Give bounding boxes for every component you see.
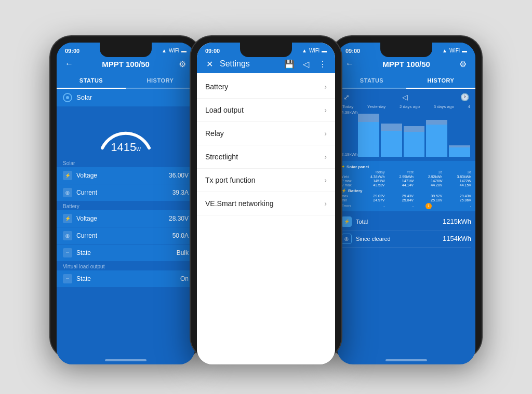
bar-4	[449, 110, 470, 157]
right-tab-status[interactable]: STATUS	[337, 73, 406, 88]
bmax-today: 29.02V	[357, 194, 385, 198]
kwh-top-label: 4.38kWh	[341, 110, 358, 115]
settings-item-ve-smart[interactable]: VE.Smart networking ›	[197, 192, 335, 215]
yield-3days: 3.83kWh	[444, 175, 472, 179]
settings-item-tx-port[interactable]: Tx port function ›	[197, 169, 335, 192]
battery-voltage-row: ⚡ Voltage 28.30V	[57, 210, 195, 227]
center-notch	[240, 43, 292, 57]
voltage-value: 36.00V	[169, 172, 189, 179]
ve-smart-chevron: ›	[324, 199, 327, 208]
vmax-yesterday: 44.14V	[386, 183, 414, 187]
solar-yield-row: Yield 4.38kWh 2.99kWh 2.92kWh 3.83kWh	[341, 175, 471, 179]
batt-min-row: min 24.97V 25.04V 25.10V 25.06V	[341, 198, 471, 202]
col-2days: 2 days ago	[400, 104, 420, 109]
bar-today-bottom	[358, 122, 379, 157]
errors-3days: -	[444, 204, 472, 208]
current-icon: ◎	[63, 188, 72, 197]
right-settings-icon[interactable]: ⚙	[457, 59, 469, 69]
batt-voltage-label: Voltage	[76, 215, 165, 222]
settings-icon[interactable]: ⚙	[176, 59, 189, 69]
col-today: Today	[342, 104, 353, 109]
right-battery-icon: ▬	[462, 48, 467, 53]
settings-item-battery[interactable]: Battery ›	[197, 75, 335, 99]
center-status-icons: ▲ WiFi ▬	[302, 48, 327, 53]
col-h-yesterday: Yest	[386, 170, 414, 174]
batt-state-value: Bulk	[177, 249, 189, 256]
streetlight-label: Streetlight	[205, 153, 238, 161]
bmin-label: min	[341, 198, 356, 202]
batt-voltage-value: 28.30V	[169, 215, 189, 222]
pmax-label: P max	[341, 179, 356, 183]
solar-section-label: Solar	[57, 158, 195, 167]
vmax-2days: 44.28V	[415, 183, 443, 187]
share-icon[interactable]: ◁	[300, 59, 312, 69]
battery-chevron: ›	[324, 83, 327, 91]
error-badge: 1	[425, 203, 432, 209]
ve-smart-label: VE.Smart networking	[205, 199, 274, 208]
load-output-label: Load output	[205, 106, 244, 114]
voltage-label: Voltage	[76, 172, 165, 179]
pmax-today: 1451W	[357, 179, 385, 183]
battery-current-row: ◎ Current 50.0A	[57, 227, 195, 244]
bar-today	[358, 110, 379, 157]
right-app-title: MPPT 100/50	[356, 60, 457, 69]
share-chart-icon[interactable]: ◁	[402, 93, 408, 101]
batt-voltage-icon: ⚡	[63, 214, 72, 223]
bmin-2days: 25.10V	[415, 198, 443, 202]
back-button[interactable]: ←	[63, 59, 75, 69]
right-signal-icon: ▲	[442, 48, 447, 53]
since-cleared-icon: ◎	[341, 234, 352, 244]
svg-point-0	[66, 96, 69, 99]
batt-current-label: Current	[76, 232, 168, 239]
tab-status[interactable]: STATUS	[57, 73, 126, 89]
settings-item-relay[interactable]: Relay ›	[197, 122, 335, 145]
settings-header: ✕ Settings 💾 ◁ ⋮	[197, 57, 335, 73]
tx-port-label: Tx port function	[205, 176, 256, 184]
bmax-yesterday: 29.43V	[386, 194, 414, 198]
batt-state-label: State	[76, 249, 172, 256]
close-button[interactable]: ✕	[203, 59, 216, 69]
errors-row: Errors - - 1 -	[341, 203, 471, 209]
pmax-yesterday: 1471W	[386, 179, 414, 183]
settings-item-load-output[interactable]: Load output ›	[197, 99, 335, 122]
right-notch	[380, 43, 432, 57]
battery-stats-title: ⚡ Battery	[341, 188, 471, 193]
expand-icon[interactable]: ⤢	[343, 93, 350, 101]
tab-history[interactable]: HISTORY	[126, 73, 195, 88]
left-phone: 09:00 ▲ WiFi ▬ ← MPPT 100/50 ⚙ STATUS HI…	[50, 36, 201, 358]
current-value: 39.3A	[172, 189, 189, 196]
right-tab-history[interactable]: HISTORY	[406, 73, 475, 89]
yield-today: 4.38kWh	[357, 175, 385, 179]
bmax-2days: 39.52V	[415, 194, 443, 198]
app-header: ← MPPT 100/50 ⚙	[57, 57, 195, 73]
home-indicator	[105, 359, 147, 361]
solar-current-row: ◎ Current 39.3A	[57, 184, 195, 201]
errors-yesterday: -	[386, 204, 414, 208]
stats-header: Today Yest 2d 3d	[341, 170, 471, 174]
notch	[100, 43, 152, 57]
solar-voltage-row: ⚡ Voltage 36.00V	[57, 167, 195, 184]
bmin-today: 24.97V	[357, 198, 385, 202]
load-output-chevron: ›	[324, 106, 327, 114]
vmax-today: 43.53V	[357, 183, 385, 187]
total-value: 1215kWh	[443, 218, 471, 225]
right-back-button[interactable]: ←	[343, 59, 356, 69]
save-icon[interactable]: 💾	[283, 59, 296, 69]
settings-list: Battery › Load output › Relay › Streetli…	[197, 73, 335, 364]
bar-yesterday-bottom	[381, 131, 402, 157]
battery-section-label: Battery	[57, 201, 195, 210]
history-icon[interactable]: 🕐	[460, 93, 469, 101]
bar-yesterday	[381, 110, 402, 157]
solar-icon	[63, 93, 72, 102]
more-icon[interactable]: ⋮	[316, 59, 329, 69]
settings-item-streetlight[interactable]: Streetlight ›	[197, 145, 335, 169]
since-cleared-label: Since cleared	[356, 236, 443, 242]
total-label: Total	[356, 219, 443, 225]
center-signal-icon: ▲	[302, 48, 307, 53]
stats-empty-header	[341, 170, 356, 174]
bottom-totals: ⚡ Total 1215kWh ◎ Since cleared 1154kWh	[337, 211, 475, 250]
right-tabs-bar: STATUS HISTORY	[337, 73, 475, 89]
errors-label: Errors	[341, 204, 356, 208]
batt-current-value: 50.0A	[172, 232, 189, 239]
col-h-3days: 3d	[444, 170, 472, 174]
